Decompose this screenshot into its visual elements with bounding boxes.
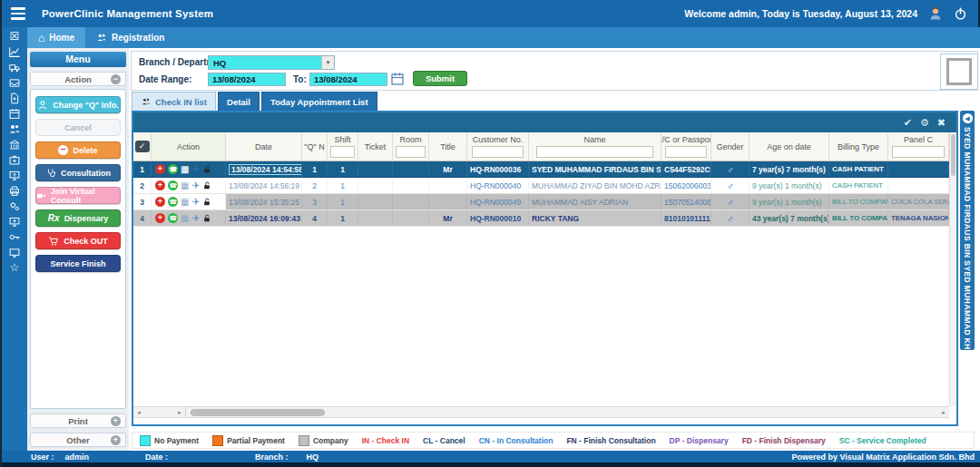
whatsapp-phone-icon[interactable]: ☎: [168, 213, 178, 223]
user-avatar-icon[interactable]: [928, 6, 943, 21]
expand-icon[interactable]: +: [111, 435, 121, 445]
printer-icon[interactable]: [8, 185, 22, 197]
appointment-calendar-icon[interactable]: ▦: [181, 181, 189, 190]
delete-button[interactable]: − Delete: [35, 141, 121, 159]
branch-dropdown[interactable]: HQ ▼: [208, 55, 335, 70]
first-aid-icon[interactable]: +: [155, 164, 165, 174]
scroll-right-icon[interactable]: ▸: [175, 407, 184, 417]
tab-detail[interactable]: Detail: [218, 92, 260, 111]
monitor-add-icon[interactable]: [8, 216, 22, 228]
calendar-icon[interactable]: [8, 108, 22, 120]
appointment-calendar-icon[interactable]: ▦: [181, 165, 189, 174]
whatsapp-phone-icon[interactable]: ☎: [168, 197, 178, 207]
stethoscope-icon: [45, 168, 56, 179]
horizontal-scrollbar[interactable]: ◂ ▸ ◂ ▸: [133, 406, 949, 418]
grid-close-icon[interactable]: ✖: [937, 118, 946, 128]
customer-filter-input[interactable]: [472, 146, 524, 158]
favorites-star-icon[interactable]: ☆: [8, 262, 22, 274]
tab-home[interactable]: ⌂ Home: [27, 27, 85, 48]
tab-registration[interactable]: Registration: [85, 27, 175, 48]
whatsapp-phone-icon[interactable]: ☎: [168, 180, 178, 190]
branch-value: HQ: [209, 58, 321, 68]
tab-today-appointment-list[interactable]: Today Appointment List: [261, 92, 377, 111]
dispensary-button[interactable]: Rx Dispensary: [35, 209, 121, 227]
section-other[interactable]: Other +: [30, 433, 126, 447]
chart-icon[interactable]: [8, 46, 22, 58]
tab-check-in-list[interactable]: Check IN list: [132, 92, 216, 111]
table-row[interactable]: 4 + ☎ ▦ ✈ 13/08/2024 16:09:43 4 1 Mr HQ-…: [133, 210, 949, 227]
scroll-left-icon[interactable]: ◂: [134, 407, 143, 417]
document-icon[interactable]: [8, 92, 22, 104]
scroll-right-icon[interactable]: ▸: [939, 407, 948, 417]
submit-button[interactable]: Submit: [413, 71, 467, 86]
lock-icon[interactable]: [202, 197, 211, 207]
patients-icon[interactable]: [8, 123, 22, 135]
hamburger-menu-icon[interactable]: [11, 7, 25, 20]
ic-filter-input[interactable]: [665, 146, 707, 158]
grid-settings-icon[interactable]: ⚙: [920, 118, 929, 128]
change-q-info-button[interactable]: Change "Q" Info.: [35, 96, 121, 113]
referral-plane-icon[interactable]: ✈: [191, 198, 199, 207]
first-aid-icon[interactable]: +: [155, 180, 165, 190]
scrollbar-thumb[interactable]: [951, 134, 956, 176]
appointment-calendar-icon[interactable]: ▦: [181, 214, 189, 223]
service-finish-button[interactable]: Service Finish: [35, 255, 121, 272]
lock-icon[interactable]: [202, 180, 211, 190]
medical-case-icon[interactable]: [8, 154, 22, 166]
first-aid-icon[interactable]: +: [155, 197, 165, 207]
room-filter-input[interactable]: [396, 146, 425, 158]
lock-icon[interactable]: [202, 213, 211, 223]
close-icon[interactable]: ☒: [8, 31, 22, 43]
menu-panel: Menu Action − Change "Q" Info. Cancel − …: [27, 48, 129, 451]
date-to-input[interactable]: [309, 73, 387, 86]
vertical-scrollbar[interactable]: [949, 132, 956, 406]
scrollbar-thumb[interactable]: [191, 409, 325, 416]
shift-filter-input[interactable]: [330, 146, 355, 158]
patient-side-panel[interactable]: ◀ SYED MUHAMMAD FIRDAUS BIN SYED MUHAMMA…: [960, 111, 975, 350]
consultation-button[interactable]: Consultation: [35, 164, 121, 181]
date-range-label: Date Range:: [139, 74, 191, 84]
select-all-icon[interactable]: ✓: [135, 141, 150, 152]
table-row[interactable]: 2 + ☎ ▦ ✈ 13/08/2024 14:56:19 2 1 HQ-RN0…: [133, 178, 949, 194]
delivery-icon[interactable]: [8, 62, 22, 73]
settings-gears-icon[interactable]: [8, 200, 22, 212]
whatsapp-phone-icon[interactable]: ☎: [168, 164, 178, 174]
section-action[interactable]: Action −: [30, 72, 126, 86]
name-filter-input[interactable]: [536, 146, 654, 158]
referral-plane-icon[interactable]: ✈: [191, 214, 199, 223]
referral-plane-icon[interactable]: ✈: [191, 181, 199, 190]
branch-label: Branch :: [255, 452, 289, 462]
checkin-grid: ✔ ⚙ ✖ ✓ Action Date "Q" N Shift Ticket R…: [132, 111, 958, 426]
inbox-icon[interactable]: [8, 77, 22, 89]
date-from-input[interactable]: [208, 73, 286, 86]
table-row[interactable]: 1 + ☎ ▦ ✈ 13/08/2024 14:54:58 1 1 Mr HQ-…: [133, 161, 949, 178]
calendar-picker-icon[interactable]: [390, 72, 405, 86]
col-shift: Shift: [334, 135, 350, 144]
section-print[interactable]: Print +: [30, 413, 126, 428]
cancel-button[interactable]: Cancel: [35, 119, 121, 136]
key-icon[interactable]: [8, 231, 22, 243]
home-icon: ⌂: [38, 33, 44, 44]
col-gender: Gender: [716, 142, 743, 151]
referral-plane-icon[interactable]: ✈: [191, 165, 199, 174]
expand-icon[interactable]: +: [111, 416, 121, 426]
join-virtual-consult-button[interactable]: Join Virtual Consult: [35, 187, 121, 204]
appointment-calendar-icon[interactable]: ▦: [181, 198, 189, 207]
table-row[interactable]: 3 + ☎ ▦ ✈ 13/08/2024 15:35:25 3 1 HQ-RN0…: [133, 194, 949, 210]
panel-filter-input[interactable]: [892, 146, 944, 158]
branch-value: HQ: [307, 452, 319, 462]
bank-icon[interactable]: [8, 139, 22, 151]
power-logout-icon[interactable]: [954, 7, 967, 21]
collapse-icon[interactable]: −: [111, 74, 121, 84]
grid-confirm-icon[interactable]: ✔: [904, 118, 912, 128]
check-out-button[interactable]: Check OUT: [35, 232, 121, 249]
col-panel-company: Panel C: [904, 135, 933, 144]
display-icon[interactable]: [8, 247, 22, 258]
main-nav: ⌂ Home Registration: [27, 27, 980, 48]
lock-icon[interactable]: [202, 164, 211, 174]
user-value: admin: [65, 452, 90, 462]
first-aid-icon[interactable]: +: [155, 213, 165, 223]
expand-panel-icon[interactable]: ◀: [963, 113, 973, 123]
tab-registration-label: Registration: [112, 33, 164, 43]
screen-share-icon[interactable]: [8, 170, 22, 181]
